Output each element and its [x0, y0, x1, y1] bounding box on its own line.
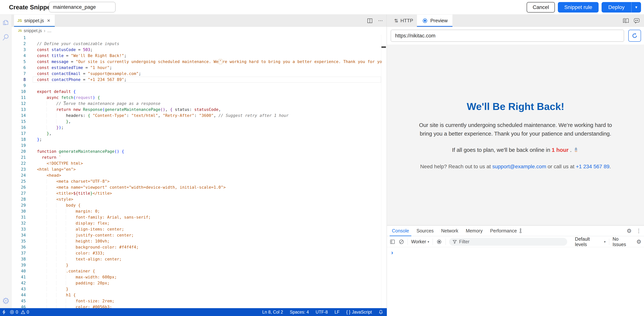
- email-link[interactable]: support@example.com: [492, 164, 546, 169]
- indentation-setting[interactable]: Spaces: 4: [290, 310, 309, 315]
- code-line[interactable]: 24 <head>: [12, 172, 387, 178]
- code-line[interactable]: 38 text-align: center;: [12, 256, 387, 262]
- code-line[interactable]: 3const statusCode = 503;: [12, 47, 387, 53]
- tab-http[interactable]: ⇅ HTTP: [391, 15, 416, 27]
- code-line[interactable]: 31 font-family: Arial, sans-serif;: [12, 214, 387, 220]
- code-line[interactable]: 44 h1 {: [12, 292, 387, 298]
- code-line[interactable]: 46 color: #0056b3;: [12, 304, 387, 308]
- tab-close-icon[interactable]: ✕: [47, 18, 50, 23]
- preview-url-input[interactable]: [391, 30, 624, 42]
- code-line[interactable]: 45 font-size: 2rem;: [12, 298, 387, 304]
- code-line[interactable]: 29 body {: [12, 202, 387, 208]
- code-line[interactable]: 12 // Serve the maintenance page as a re…: [12, 101, 387, 107]
- warning-count: 0: [27, 310, 29, 315]
- code-line[interactable]: 27 <title>${title}</title>: [12, 190, 387, 196]
- code-line[interactable]: 9: [12, 83, 387, 89]
- editor-scrollbar[interactable]: [381, 35, 387, 308]
- phone-link[interactable]: +1 234 567 89: [576, 164, 610, 169]
- code-line[interactable]: 7const contactEmail = "support@example.c…: [12, 71, 387, 77]
- notifications-bell-icon[interactable]: [379, 310, 383, 314]
- code-line[interactable]: 28 <style>: [12, 196, 387, 202]
- encoding-setting[interactable]: UTF-8: [316, 310, 328, 315]
- code-line[interactable]: 32 display: flex;: [12, 220, 387, 226]
- tab-performance[interactable]: Performance: [486, 225, 526, 236]
- cursor-position[interactable]: Ln 8, Col 2: [262, 310, 283, 315]
- console-filter-input[interactable]: Filter: [449, 238, 567, 246]
- deploy-dropdown-caret[interactable]: ▾: [631, 2, 641, 13]
- code-line[interactable]: 6const estimatedTime = "1 hour";: [12, 65, 387, 71]
- language-mode[interactable]: { } JavaScript: [346, 310, 372, 315]
- contact-suffix: .: [610, 164, 611, 169]
- code-line[interactable]: 42 padding: 20px;: [12, 280, 387, 286]
- console-output[interactable]: ›: [387, 247, 644, 316]
- code-line[interactable]: 34 justify-content: center;: [12, 232, 387, 238]
- code-line[interactable]: 22 <!DOCTYPE html>: [12, 160, 387, 166]
- code-line[interactable]: 26 <meta name="viewport" content="width=…: [12, 184, 387, 190]
- snippet-name-input[interactable]: [49, 2, 116, 12]
- devtools-settings-gear-icon[interactable]: ⚙: [626, 228, 632, 234]
- search-icon[interactable]: [0, 33, 12, 42]
- files-icon[interactable]: [0, 19, 12, 27]
- log-levels-selector[interactable]: Default levels▾: [575, 236, 606, 247]
- context-selector[interactable]: Worker▾: [411, 239, 429, 244]
- breadcrumb[interactable]: JS snippet.js › …: [12, 27, 387, 35]
- code-line[interactable]: 35 height: 100vh;: [12, 238, 387, 244]
- code-line[interactable]: 8const contactPhone = "+1 234 567 89";: [12, 77, 387, 83]
- docs-book-icon[interactable]: [623, 18, 629, 24]
- tab-sources[interactable]: Sources: [413, 225, 438, 236]
- code-line[interactable]: 30 margin: 0;: [12, 208, 387, 214]
- console-prompt-chevron[interactable]: ›: [391, 249, 393, 256]
- code-line[interactable]: 4const title = "We'll Be Right Back!";: [12, 53, 387, 59]
- editor-more-actions-icon[interactable]: ⋯: [378, 18, 383, 24]
- line-number: 8: [12, 77, 26, 83]
- editor-tab-strip: JS snippet.js ✕ ⋯: [12, 15, 387, 27]
- issues-counter[interactable]: No Issues: [612, 236, 633, 247]
- tab-preview[interactable]: Preview: [417, 15, 452, 27]
- code-line[interactable]: 11 async fetch(request) {: [12, 95, 387, 101]
- code-line[interactable]: 2// Define your customizable inputs: [12, 41, 387, 47]
- code-line[interactable]: 40 .container {: [12, 268, 387, 274]
- code-line[interactable]: 37 color: #333;: [12, 250, 387, 256]
- breadcrumb-more[interactable]: …: [47, 28, 52, 33]
- breadcrumb-file[interactable]: snippet.js: [24, 28, 42, 33]
- code-line[interactable]: 18};: [12, 137, 387, 142]
- code-line[interactable]: 43 }: [12, 286, 387, 292]
- code-area[interactable]: 12// Define your customizable inputs3con…: [12, 35, 387, 308]
- code-line[interactable]: 13 return new Response(generateMaintenan…: [12, 107, 387, 113]
- code-line[interactable]: 36 background-color: #f4f4f4;: [12, 244, 387, 250]
- code-line[interactable]: 10export default {: [12, 89, 387, 95]
- code-line[interactable]: 23<html lang="en">: [12, 166, 387, 172]
- code-line[interactable]: 14 headers: { "Content-Type": "text/html…: [12, 113, 387, 119]
- tab-network[interactable]: Network: [437, 225, 462, 236]
- refresh-button[interactable]: [628, 30, 641, 42]
- code-line[interactable]: 5const message = "Our site is currently …: [12, 59, 387, 65]
- code-line[interactable]: 15 },: [12, 119, 387, 125]
- code-line[interactable]: 41 max-width: 600px;: [12, 274, 387, 280]
- code-line[interactable]: 25 <meta charset="UTF-8">: [12, 178, 387, 184]
- tab-snippet-js[interactable]: JS snippet.js ✕: [14, 15, 55, 27]
- code-line[interactable]: 16 });: [12, 125, 387, 131]
- discord-chat-icon[interactable]: [634, 18, 640, 24]
- code-line[interactable]: 17 },: [12, 131, 387, 137]
- clear-console-icon[interactable]: [398, 239, 404, 245]
- tab-console[interactable]: Console: [388, 225, 413, 236]
- code-line[interactable]: 20function generateMaintenancePage() {: [12, 148, 387, 154]
- code-line[interactable]: 21 return `: [12, 154, 387, 160]
- code-line[interactable]: 33 align-items: center;: [12, 226, 387, 232]
- devtools-kebab-menu-icon[interactable]: ⋮: [636, 228, 642, 234]
- code-line[interactable]: 19: [12, 142, 387, 148]
- problems-indicator[interactable]: 0 0: [10, 310, 29, 315]
- console-settings-gear-icon[interactable]: ⚙: [636, 238, 642, 245]
- cancel-button[interactable]: Cancel: [527, 2, 555, 13]
- split-editor-icon[interactable]: [367, 18, 373, 24]
- console-sidebar-toggle-icon[interactable]: [390, 239, 395, 245]
- tab-memory[interactable]: Memory: [462, 225, 486, 236]
- snippet-rule-button[interactable]: Snippet rule: [558, 2, 598, 13]
- deploy-button[interactable]: Deploy ▾: [602, 2, 641, 13]
- eol-setting[interactable]: LF: [334, 310, 340, 315]
- remote-indicator-icon[interactable]: [2, 310, 6, 314]
- code-line[interactable]: 39 }: [12, 262, 387, 268]
- code-line[interactable]: 1: [12, 35, 387, 41]
- settings-gear-icon[interactable]: ⚙: [0, 296, 12, 305]
- live-expression-eye-icon[interactable]: [436, 239, 442, 244]
